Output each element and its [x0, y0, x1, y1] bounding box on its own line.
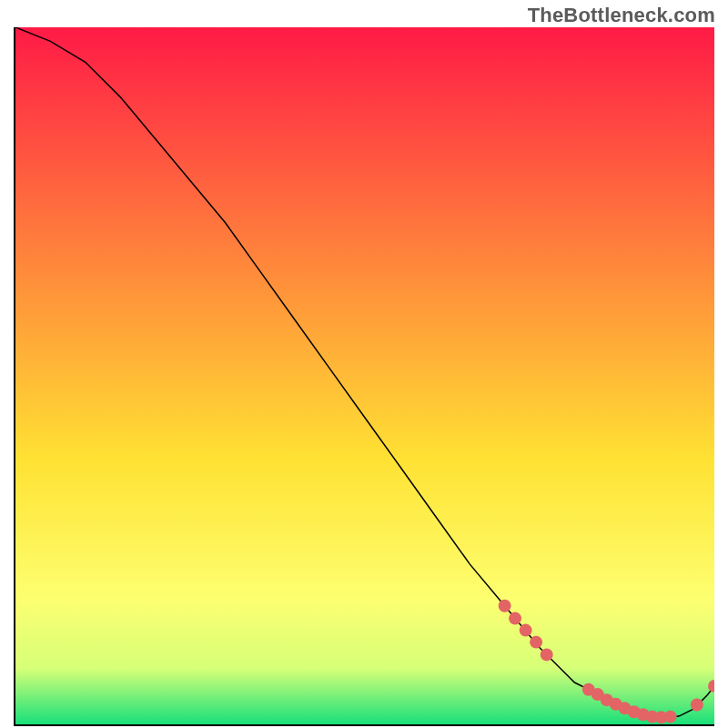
watermark-text: TheBottleneck.com: [528, 4, 715, 27]
chart-stage: TheBottleneck.com: [0, 0, 728, 728]
plot-area: [14, 27, 714, 726]
svg-rect-0: [15, 27, 714, 724]
gradient-background: [15, 27, 714, 724]
